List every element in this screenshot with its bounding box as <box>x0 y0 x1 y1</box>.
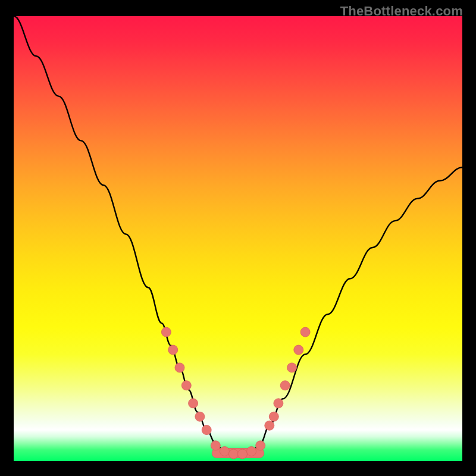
marker-dot <box>195 412 205 421</box>
marker-dot <box>202 425 211 435</box>
marker-dot <box>300 327 310 337</box>
marker-dot <box>274 399 283 408</box>
marker-dot <box>189 399 198 408</box>
marker-dot <box>211 441 220 450</box>
marker-dot <box>280 381 290 390</box>
marker-dot <box>175 363 184 372</box>
bottleneck-chart <box>14 16 462 461</box>
marker-dot <box>265 421 274 430</box>
marker-dot <box>168 345 178 355</box>
marker-dot <box>161 327 171 337</box>
marker-dot <box>229 449 239 459</box>
marker-dot <box>287 363 297 372</box>
marker-dot <box>238 449 248 459</box>
marker-dot <box>256 441 265 450</box>
markers-valley-floor <box>211 441 265 459</box>
marker-dot <box>294 345 303 355</box>
bottleneck-curve <box>14 16 462 457</box>
watermark-text: TheBottleneck.com <box>340 4 463 19</box>
marker-dot <box>269 412 278 421</box>
marker-dot <box>220 447 229 456</box>
chart-frame <box>14 16 462 461</box>
marker-dot <box>247 447 256 456</box>
marker-dot <box>181 381 191 390</box>
markers-right-slope <box>265 327 310 430</box>
